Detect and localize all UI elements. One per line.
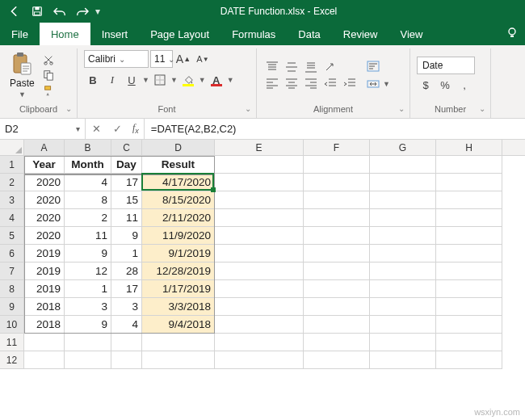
cell-F5[interactable] [304, 227, 370, 245]
cell-H10[interactable] [436, 316, 502, 334]
merge-center-button[interactable]: ▼ [367, 76, 390, 92]
cell-F9[interactable] [304, 298, 370, 316]
row-header-1[interactable]: 1 [0, 156, 24, 174]
cell-G5[interactable] [370, 227, 436, 245]
enter-formula-icon[interactable]: ✓ [107, 123, 128, 135]
redo-icon[interactable] [73, 2, 92, 20]
cell-G8[interactable] [370, 280, 436, 298]
cell-C10[interactable]: 4 [111, 316, 142, 334]
cell-E11[interactable] [215, 334, 304, 351]
cell-E8[interactable] [215, 280, 304, 298]
formula-input[interactable]: =DATE(A2,B2,C2) [145, 119, 525, 139]
row-header-7[interactable]: 7 [0, 262, 24, 280]
decrease-indent-icon[interactable] [321, 76, 339, 90]
cell-G12[interactable] [370, 351, 436, 369]
cell-H6[interactable] [436, 245, 502, 262]
cell-E2[interactable] [215, 174, 304, 191]
row-header-12[interactable]: 12 [0, 351, 24, 369]
align-center-icon[interactable] [283, 76, 300, 90]
cell-B5[interactable]: 11 [65, 227, 111, 245]
cell-A3[interactable]: 2020 [24, 191, 65, 209]
cell-B9[interactable]: 3 [65, 298, 111, 316]
cell-H11[interactable] [436, 334, 502, 351]
cell-E10[interactable] [215, 316, 304, 334]
increase-indent-icon[interactable] [341, 76, 359, 90]
cell-E4[interactable] [215, 209, 304, 227]
tab-view[interactable]: View [388, 23, 434, 45]
tab-file[interactable]: File [0, 23, 40, 45]
paste-button[interactable]: Paste ▼ [6, 50, 38, 100]
cell-C2[interactable]: 17 [111, 174, 142, 191]
cell-A8[interactable]: 2019 [24, 280, 65, 298]
cell-B12[interactable] [65, 351, 111, 369]
cell-C9[interactable]: 3 [111, 298, 142, 316]
cancel-formula-icon[interactable]: ✕ [86, 123, 107, 135]
comma-button[interactable]: , [456, 76, 473, 94]
cell-A1[interactable]: Year [24, 156, 65, 174]
cell-G1[interactable] [370, 156, 436, 174]
cell-C3[interactable]: 15 [111, 191, 142, 209]
cell-G2[interactable] [370, 174, 436, 191]
fx-icon[interactable]: fx [128, 122, 144, 135]
row-header-4[interactable]: 4 [0, 209, 24, 227]
underline-button[interactable]: U [123, 71, 141, 89]
save-icon[interactable] [27, 2, 47, 20]
grow-font-icon[interactable]: A▲ [174, 50, 192, 68]
cell-B4[interactable]: 2 [65, 209, 111, 227]
cell-F12[interactable] [304, 351, 370, 369]
cell-D10[interactable]: 9/4/2018 [142, 316, 215, 334]
cell-G7[interactable] [370, 262, 436, 280]
cell-H7[interactable] [436, 262, 502, 280]
cell-B2[interactable]: 4 [65, 174, 111, 191]
col-header-B[interactable]: B [65, 140, 111, 155]
cell-B6[interactable]: 9 [65, 245, 111, 262]
col-header-G[interactable]: G [370, 140, 436, 155]
cell-C1[interactable]: Day [111, 156, 142, 174]
select-all-corner[interactable] [0, 140, 24, 155]
cell-C6[interactable]: 1 [111, 245, 142, 262]
cell-C5[interactable]: 9 [111, 227, 142, 245]
cell-D5[interactable]: 11/9/2020 [142, 227, 215, 245]
font-name-combo[interactable]: Calibri⌄ [84, 50, 149, 68]
cell-D9[interactable]: 3/3/2018 [142, 298, 215, 316]
cell-G4[interactable] [370, 209, 436, 227]
cell-G6[interactable] [370, 245, 436, 262]
cell-B10[interactable]: 9 [65, 316, 111, 334]
row-header-10[interactable]: 10 [0, 316, 24, 334]
row-header-3[interactable]: 3 [0, 191, 24, 209]
cell-H2[interactable] [436, 174, 502, 191]
col-header-D[interactable]: D [142, 140, 215, 155]
wrap-text-button[interactable] [367, 58, 390, 74]
cell-B7[interactable]: 12 [65, 262, 111, 280]
col-header-E[interactable]: E [215, 140, 304, 155]
tab-review[interactable]: Review [332, 23, 389, 45]
cell-A2[interactable]: 2020 [24, 174, 65, 191]
col-header-F[interactable]: F [304, 140, 370, 155]
border-button[interactable] [151, 71, 169, 89]
col-header-H[interactable]: H [436, 140, 502, 155]
cut-icon[interactable] [41, 53, 56, 66]
cell-F1[interactable] [304, 156, 370, 174]
cell-B8[interactable]: 1 [65, 280, 111, 298]
qat-more-icon[interactable]: ▾ [95, 6, 100, 17]
cell-E5[interactable] [215, 227, 304, 245]
tab-insert[interactable]: Insert [90, 23, 140, 45]
font-color-button[interactable]: A [208, 71, 225, 89]
align-bottom-icon[interactable] [302, 60, 320, 74]
arrow-left-icon[interactable] [5, 2, 24, 20]
row-header-5[interactable]: 5 [0, 227, 24, 245]
cell-G11[interactable] [370, 334, 436, 351]
cell-C7[interactable]: 28 [111, 262, 142, 280]
bold-button[interactable]: B [84, 71, 102, 89]
cell-H9[interactable] [436, 298, 502, 316]
cell-D12[interactable] [142, 351, 215, 369]
cell-E12[interactable] [215, 351, 304, 369]
cell-F7[interactable] [304, 262, 370, 280]
cell-D4[interactable]: 2/11/2020 [142, 209, 215, 227]
cell-C11[interactable] [111, 334, 142, 351]
cell-B1[interactable]: Month [65, 156, 111, 174]
worksheet[interactable]: ABCDEFGH1YearMonthDayResult220204174/17/… [0, 140, 525, 369]
cell-A7[interactable]: 2019 [24, 262, 65, 280]
cell-F11[interactable] [304, 334, 370, 351]
cell-D2[interactable]: 4/17/2020 [142, 174, 215, 191]
